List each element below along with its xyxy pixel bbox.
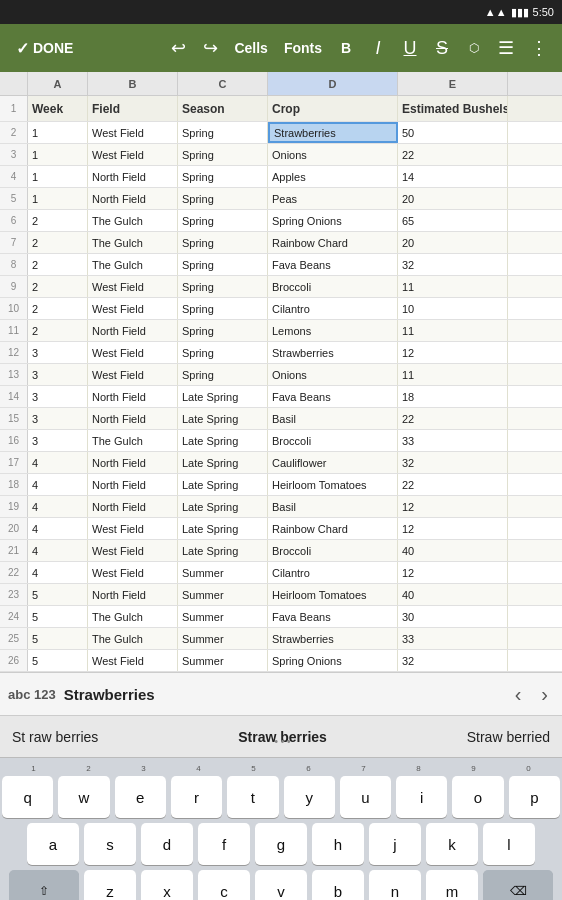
key-d[interactable]: d xyxy=(141,823,193,865)
table-cell[interactable]: North Field xyxy=(88,452,178,473)
table-cell[interactable]: Late Spring xyxy=(178,518,268,539)
backspace-key[interactable]: ⌫ xyxy=(483,870,553,900)
col-header-b[interactable]: B xyxy=(88,72,178,95)
table-cell[interactable]: West Field xyxy=(88,144,178,165)
table-cell[interactable]: Onions xyxy=(268,144,398,165)
table-cell[interactable]: 4 xyxy=(28,540,88,561)
table-cell[interactable]: North Field xyxy=(88,584,178,605)
key-q[interactable]: q xyxy=(2,776,53,818)
table-cell[interactable]: 4 xyxy=(28,562,88,583)
table-cell[interactable]: North Field xyxy=(88,408,178,429)
align-button[interactable]: ☰ xyxy=(492,33,520,63)
table-cell[interactable]: 4 xyxy=(28,474,88,495)
cell-header-estimated[interactable]: Estimated Bushels xyxy=(398,96,508,121)
table-cell[interactable]: Broccoli xyxy=(268,276,398,297)
key-u[interactable]: u xyxy=(340,776,391,818)
table-cell[interactable]: West Field xyxy=(88,276,178,297)
table-cell[interactable]: North Field xyxy=(88,474,178,495)
table-cell[interactable]: West Field xyxy=(88,342,178,363)
autocomplete-item-2[interactable]: Straw berried xyxy=(455,725,562,749)
table-cell[interactable]: 12 xyxy=(398,342,508,363)
strikethrough-button[interactable]: S xyxy=(428,34,456,63)
col-header-d[interactable]: D xyxy=(268,72,398,95)
key-i[interactable]: i xyxy=(396,776,447,818)
table-cell[interactable]: 22 xyxy=(398,408,508,429)
table-cell[interactable]: Cauliflower xyxy=(268,452,398,473)
table-cell[interactable]: Spring xyxy=(178,232,268,253)
table-cell[interactable]: 12 xyxy=(398,496,508,517)
table-cell[interactable]: 20 xyxy=(398,188,508,209)
table-cell[interactable]: 32 xyxy=(398,254,508,275)
key-y[interactable]: y xyxy=(284,776,335,818)
table-cell[interactable]: 14 xyxy=(398,166,508,187)
underline-button[interactable]: U xyxy=(396,34,424,63)
table-cell[interactable]: West Field xyxy=(88,364,178,385)
table-cell[interactable]: Lemons xyxy=(268,320,398,341)
table-cell[interactable]: Spring xyxy=(178,144,268,165)
italic-button[interactable]: I xyxy=(364,34,392,63)
key-s[interactable]: s xyxy=(84,823,136,865)
cell-header-week[interactable]: Week xyxy=(28,96,88,121)
key-f[interactable]: f xyxy=(198,823,250,865)
table-cell[interactable]: Basil xyxy=(268,496,398,517)
table-cell[interactable]: 3 xyxy=(28,364,88,385)
table-cell[interactable]: Strawberries xyxy=(268,342,398,363)
table-cell[interactable]: West Field xyxy=(88,540,178,561)
table-cell[interactable]: Apples xyxy=(268,166,398,187)
key-t[interactable]: t xyxy=(227,776,278,818)
key-m[interactable]: m xyxy=(426,870,478,900)
table-cell[interactable]: 33 xyxy=(398,628,508,649)
table-cell[interactable]: 3 xyxy=(28,408,88,429)
table-cell[interactable]: Summer xyxy=(178,650,268,671)
table-cell[interactable]: Spring xyxy=(178,364,268,385)
table-cell[interactable]: 4 xyxy=(28,496,88,517)
table-cell[interactable]: 22 xyxy=(398,144,508,165)
table-cell[interactable]: 30 xyxy=(398,606,508,627)
table-cell[interactable]: West Field xyxy=(88,518,178,539)
key-o[interactable]: o xyxy=(452,776,503,818)
table-cell[interactable]: Late Spring xyxy=(178,386,268,407)
table-cell[interactable]: 2 xyxy=(28,320,88,341)
prev-cell-button[interactable]: ‹ xyxy=(509,683,528,706)
table-cell[interactable]: Heirloom Tomatoes xyxy=(268,584,398,605)
table-cell[interactable]: Late Spring xyxy=(178,496,268,517)
table-cell[interactable]: West Field xyxy=(88,562,178,583)
col-header-c[interactable]: C xyxy=(178,72,268,95)
key-b[interactable]: b xyxy=(312,870,364,900)
table-cell[interactable]: Fava Beans xyxy=(268,254,398,275)
table-cell[interactable]: Spring xyxy=(178,254,268,275)
table-cell[interactable]: 1 xyxy=(28,166,88,187)
table-cell[interactable]: The Gulch xyxy=(88,628,178,649)
key-p[interactable]: p xyxy=(509,776,560,818)
fonts-button[interactable]: Fonts xyxy=(278,36,328,60)
table-cell[interactable]: 1 xyxy=(28,144,88,165)
table-cell[interactable]: Spring xyxy=(178,122,268,143)
table-cell[interactable]: Cilantro xyxy=(268,298,398,319)
table-cell[interactable]: Late Spring xyxy=(178,474,268,495)
table-cell[interactable]: 5 xyxy=(28,650,88,671)
table-cell[interactable]: 12 xyxy=(398,518,508,539)
table-cell[interactable]: The Gulch xyxy=(88,430,178,451)
table-cell[interactable]: Strawberries xyxy=(268,628,398,649)
table-cell[interactable]: 20 xyxy=(398,232,508,253)
col-header-a[interactable]: A xyxy=(28,72,88,95)
table-cell[interactable]: Late Spring xyxy=(178,408,268,429)
key-e[interactable]: e xyxy=(115,776,166,818)
table-cell[interactable]: 3 xyxy=(28,342,88,363)
key-x[interactable]: x xyxy=(141,870,193,900)
table-cell[interactable]: 10 xyxy=(398,298,508,319)
table-cell[interactable]: Summer xyxy=(178,606,268,627)
table-cell[interactable]: 2 xyxy=(28,276,88,297)
table-cell[interactable]: 2 xyxy=(28,254,88,275)
key-c[interactable]: c xyxy=(198,870,250,900)
table-cell[interactable]: West Field xyxy=(88,298,178,319)
input-bar-value[interactable]: Strawberries xyxy=(64,686,501,703)
key-z[interactable]: z xyxy=(84,870,136,900)
key-k[interactable]: k xyxy=(426,823,478,865)
table-cell[interactable]: Rainbow Chard xyxy=(268,518,398,539)
table-cell[interactable]: North Field xyxy=(88,188,178,209)
table-cell[interactable]: The Gulch xyxy=(88,606,178,627)
table-cell[interactable]: West Field xyxy=(88,122,178,143)
table-cell[interactable]: 11 xyxy=(398,320,508,341)
table-cell[interactable]: 2 xyxy=(28,298,88,319)
